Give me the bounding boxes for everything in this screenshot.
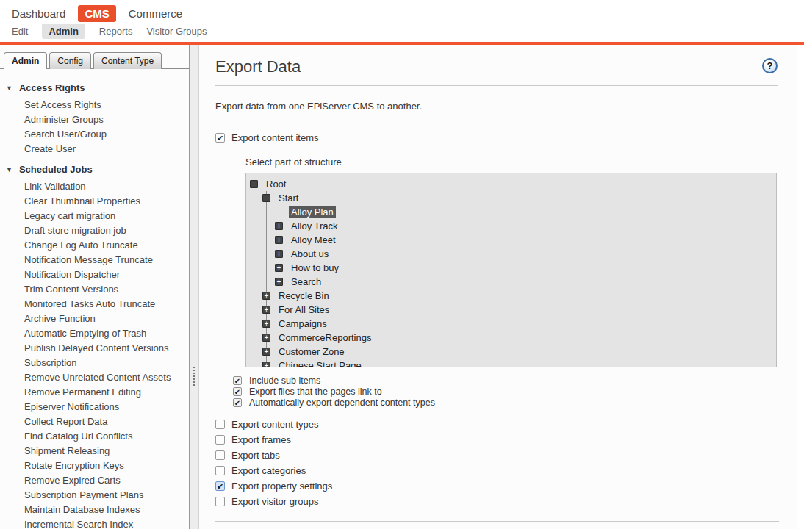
tree-expand-box-icon[interactable]: + (275, 222, 283, 230)
view-nav-admin[interactable]: Admin (42, 24, 85, 39)
tree-expand-box-icon[interactable]: + (275, 278, 283, 286)
view-nav-reports[interactable]: Reports (99, 26, 133, 37)
view-nav-edit[interactable]: Edit (12, 26, 28, 37)
tree-collapse-box-icon[interactable]: − (262, 194, 270, 202)
tree-expand-box-icon[interactable]: + (275, 236, 283, 244)
tree-node-alloy-meet[interactable]: +Alloy Meet (250, 233, 776, 247)
pane-splitter[interactable] (190, 45, 199, 529)
sidebar-item-monitored-tasks-auto-truncate[interactable]: Monitored Tasks Auto Truncate (6, 297, 189, 312)
sidebar-item-rotate-encryption-keys[interactable]: Rotate Encryption Keys (6, 459, 189, 473)
tree-node-for-all-sites[interactable]: +For All Sites (250, 303, 776, 317)
tree-expand-box-icon[interactable]: + (262, 306, 270, 314)
sidebar-tab-config[interactable]: Config (49, 52, 91, 69)
tree-node-recycle-bin[interactable]: +Recycle Bin (250, 289, 776, 303)
sidebar-item-clear-thumbnail-properties[interactable]: Clear Thumbnail Properties (6, 194, 189, 209)
sidebar-item-maintain-database-indexes[interactable]: Maintain Database Indexes (6, 503, 189, 517)
tree-node-alloy-track[interactable]: +Alloy Track (250, 219, 776, 233)
tree-node-search[interactable]: +Search (250, 275, 776, 289)
checkbox-row-export-content-items[interactable]: ✔Export content items (215, 132, 778, 143)
tree-node-campaigns[interactable]: +Campaigns (250, 317, 776, 331)
sidebar-item-notification-message-truncate[interactable]: Notification Message Truncate (6, 253, 189, 267)
tree-expand-box-icon[interactable]: + (275, 264, 283, 272)
checked-checkbox[interactable]: ✔ (215, 481, 225, 491)
tree-expand-box-icon[interactable]: + (262, 292, 270, 300)
tree-node-label[interactable]: For All Sites (276, 303, 331, 316)
product-nav-commerce[interactable]: Commerce (129, 7, 182, 20)
tree-node-label[interactable]: About us (289, 248, 331, 260)
product-nav-cms[interactable]: CMS (78, 5, 115, 22)
checkbox-row-export-content-types[interactable]: Export content types (215, 417, 778, 432)
sidebar-item-legacy-cart-migration[interactable]: Legacy cart migration (6, 209, 189, 223)
tree-node-label[interactable]: CommerceReportings (276, 331, 373, 344)
checked-checkbox[interactable]: ✔ (233, 387, 242, 396)
checkbox-row-export-visitor-groups[interactable]: Export visitor groups (215, 494, 778, 509)
tree-node-label[interactable]: How to buy (289, 262, 341, 274)
tree-node-label[interactable]: Alloy Plan (289, 206, 336, 218)
sidebar-item-trim-content-versions[interactable]: Trim Content Versions (6, 282, 189, 297)
sidebar-item-notification-dispatcher[interactable]: Notification Dispatcher (6, 267, 189, 282)
tree-expand-box-icon[interactable]: + (262, 320, 270, 328)
product-nav-dashboard[interactable]: Dashboard (12, 7, 65, 20)
help-icon[interactable]: ? (762, 58, 778, 73)
tree-node-about-us[interactable]: +About us (250, 247, 776, 261)
view-nav-visitor-groups[interactable]: Visitor Groups (146, 26, 207, 37)
sidebar-item-draft-store-migration-job[interactable]: Draft store migration job (6, 223, 189, 238)
tree-node-label[interactable]: Recycle Bin (276, 290, 331, 302)
sidebar-item-automatic-emptying-of-trash[interactable]: Automatic Emptying of Trash (6, 326, 189, 341)
sidebar-item-incremental-search-index[interactable]: Incremental Search Index (6, 517, 189, 529)
checkbox-row-export-property-settings[interactable]: ✔Export property settings (215, 478, 778, 494)
tree-node-label[interactable]: Campaigns (276, 317, 329, 330)
sidebar-item-change-log-auto-truncate[interactable]: Change Log Auto Truncate (6, 238, 189, 253)
sidebar-item-remove-unrelated-content-assets[interactable]: Remove Unrelated Content Assets (6, 370, 189, 385)
tree-node-label[interactable]: Root (264, 178, 288, 190)
tree-node-commercereportings[interactable]: +CommerceReportings (250, 331, 776, 345)
unchecked-checkbox[interactable] (215, 466, 225, 475)
tree-node-label[interactable]: Start (276, 192, 301, 204)
unchecked-checkbox[interactable] (215, 435, 225, 445)
unchecked-checkbox[interactable] (215, 420, 225, 429)
tree-expand-box-icon[interactable]: + (275, 250, 283, 258)
sidebar-item-remove-permanent-editing[interactable]: Remove Permanent Editing (6, 385, 189, 400)
sidebar-item-create-user[interactable]: Create User (6, 142, 189, 157)
checked-checkbox[interactable]: ✔ (233, 376, 242, 385)
tree-node-label[interactable]: Alloy Track (289, 220, 340, 232)
tree-node-label[interactable]: Chinese Start Page (276, 359, 364, 367)
unchecked-checkbox[interactable] (215, 497, 225, 506)
sidebar-item-set-access-rights[interactable]: Set Access Rights (6, 98, 189, 112)
tree-expand-box-icon[interactable]: + (262, 348, 270, 356)
tree-node-alloy-plan[interactable]: Alloy Plan (250, 205, 776, 219)
tree-expand-box-icon[interactable]: + (262, 362, 270, 367)
checked-checkbox[interactable]: ✔ (233, 398, 242, 407)
checkbox-row-export-frames[interactable]: Export frames (215, 432, 778, 447)
tree-node-label[interactable]: Alloy Meet (289, 234, 338, 246)
checkbox-row-automatically-export-dependent-content-types[interactable]: ✔Automatically export dependent content … (233, 397, 778, 408)
tree-node-start[interactable]: −Start (250, 191, 776, 205)
sidebar-item-archive-function[interactable]: Archive Function (6, 312, 189, 326)
checkbox-row-export-tabs[interactable]: Export tabs (215, 447, 778, 463)
checkbox-row-export-categories[interactable]: Export categories (215, 463, 778, 478)
tree-node-chinese-start-page[interactable]: +Chinese Start Page (250, 359, 776, 367)
tree-collapse-box-icon[interactable]: − (250, 180, 258, 188)
sidebar-item-subscription-payment-plans[interactable]: Subscription Payment Plans (6, 488, 189, 503)
sidebar-item-collect-report-data[interactable]: Collect Report Data (6, 414, 189, 429)
tree-expand-box-icon[interactable]: + (262, 334, 270, 342)
sidebar-item-find-catalog-uri-conflicts[interactable]: Find Catalog Uri Conflicts (6, 429, 189, 444)
tree-node-label[interactable]: Customer Zone (276, 345, 347, 358)
section-header-access-rights[interactable]: ▼Access Rights (6, 82, 189, 93)
sidebar-item-search-user-group[interactable]: Search User/Group (6, 127, 189, 142)
sidebar-item-episerver-notifications[interactable]: Episerver Notifications (6, 400, 189, 414)
sidebar-item-administer-groups[interactable]: Administer Groups (6, 112, 189, 127)
sidebar-item-link-validation[interactable]: Link Validation (6, 179, 189, 194)
sidebar-item-remove-expired-carts[interactable]: Remove Expired Carts (6, 473, 189, 488)
sidebar-tab-admin[interactable]: Admin (4, 52, 47, 69)
checked-checkbox[interactable]: ✔ (215, 133, 225, 143)
checkbox-row-include-sub-items[interactable]: ✔Include sub items (233, 375, 778, 386)
tree-node-root[interactable]: −Root (250, 177, 776, 191)
sidebar-item-publish-delayed-content-versions[interactable]: Publish Delayed Content Versions (6, 341, 189, 356)
section-header-scheduled-jobs[interactable]: ▼Scheduled Jobs (6, 164, 189, 175)
sidebar-item-subscription[interactable]: Subscription (6, 356, 189, 370)
unchecked-checkbox[interactable] (215, 450, 225, 460)
tree-node-label[interactable]: Search (289, 276, 323, 288)
tree-node-how-to-buy[interactable]: +How to buy (250, 261, 776, 275)
tree-node-customer-zone[interactable]: +Customer Zone (250, 345, 776, 359)
